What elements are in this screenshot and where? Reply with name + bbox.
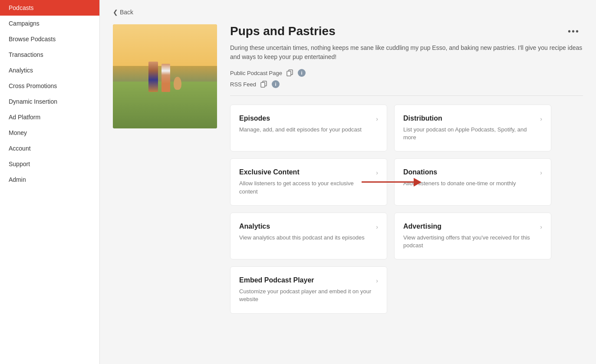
sidebar-item-support[interactable]: Support [0, 156, 99, 172]
sidebar-item-cross-promotions[interactable]: Cross Promotions [0, 78, 99, 94]
public-page-row: Public Podcast Page i [230, 69, 583, 77]
sidebar-item-dynamic-insertion[interactable]: Dynamic Insertion [0, 94, 99, 109]
sidebar-item-admin[interactable]: Admin [0, 172, 99, 187]
card-analytics-arrow-icon: › [376, 223, 378, 230]
card-exclusive-content[interactable]: Exclusive Content Allow listeners to get… [230, 158, 387, 205]
card-donations-title: Donations [403, 168, 536, 176]
main-content: ❮ Back Pups and Pastries ••• During thes… [100, 0, 596, 364]
podcast-links: Public Podcast Page i RSS Feed i [230, 69, 583, 96]
sidebar: Podcasts Campaigns Browse Podcasts Trans… [0, 0, 100, 364]
copy-rss-feed-icon[interactable] [260, 80, 268, 89]
podcast-title: Pups and Pastries [230, 24, 336, 38]
sidebar-item-browse-podcasts[interactable]: Browse Podcasts [0, 31, 99, 47]
podcast-title-row: Pups and Pastries ••• [230, 24, 583, 38]
sidebar-item-account[interactable]: Account [0, 141, 99, 156]
public-page-label: Public Podcast Page [230, 70, 282, 76]
card-distribution-description: List your podcast on Apple Podcasts, Spo… [403, 126, 536, 141]
back-chevron-icon: ❮ [113, 9, 118, 16]
podcast-info: Pups and Pastries ••• During these uncer… [230, 24, 583, 314]
card-distribution-arrow-icon: › [540, 115, 542, 122]
card-advertising-title: Advertising [403, 223, 536, 230]
podcast-header: Pups and Pastries ••• During these uncer… [113, 24, 583, 314]
card-exclusive-content-arrow-icon: › [376, 169, 378, 176]
card-advertising-arrow-icon: › [540, 223, 542, 230]
svg-rect-3 [261, 82, 265, 87]
card-episodes[interactable]: Episodes Manage, add, and edit episodes … [230, 105, 387, 151]
rss-feed-label: RSS Feed [230, 81, 256, 88]
card-embed[interactable]: Embed Podcast Player Customize your podc… [230, 266, 387, 313]
sidebar-item-transactions[interactable]: Transactions [0, 47, 99, 62]
card-episodes-description: Manage, add, and edit episodes for your … [239, 126, 372, 134]
card-embed-description: Customize your podcast player and embed … [239, 288, 372, 303]
card-donations-description: Allow listeners to donate one-time or mo… [403, 180, 536, 187]
card-embed-title: Embed Podcast Player [239, 276, 372, 284]
more-options-button[interactable]: ••• [564, 25, 583, 38]
podcast-image [113, 24, 217, 128]
card-analytics-title: Analytics [239, 223, 372, 230]
info-public-page-icon[interactable]: i [298, 69, 306, 77]
card-exclusive-content-title: Exclusive Content [239, 168, 372, 176]
copy-public-page-icon[interactable] [286, 69, 294, 77]
sidebar-item-podcasts[interactable]: Podcasts [0, 0, 99, 16]
card-donations-arrow-icon: › [540, 169, 542, 176]
card-distribution[interactable]: Distribution List your podcast on Apple … [394, 105, 551, 151]
back-link[interactable]: ❮ Back [113, 9, 583, 16]
sidebar-item-campaigns[interactable]: Campaigns [0, 16, 99, 31]
card-episodes-title: Episodes [239, 115, 372, 122]
podcast-description: During these uncertain times, nothing ke… [230, 43, 583, 62]
card-exclusive-content-description: Allow listeners to get access to your ex… [239, 180, 372, 195]
card-embed-arrow-icon: › [376, 277, 378, 284]
sidebar-item-money[interactable]: Money [0, 125, 99, 141]
card-episodes-arrow-icon: › [376, 115, 378, 122]
back-label: Back [120, 9, 133, 16]
big-arrow-overlay [362, 178, 421, 187]
info-rss-feed-icon[interactable]: i [272, 80, 280, 88]
card-distribution-title: Distribution [403, 115, 536, 122]
card-analytics-description: View analytics about this podcast and it… [239, 234, 372, 242]
card-analytics[interactable]: Analytics View analytics about this podc… [230, 213, 387, 259]
card-advertising[interactable]: Advertising View advertising offers that… [394, 213, 551, 259]
cards-grid: Episodes Manage, add, and edit episodes … [230, 105, 551, 314]
sidebar-item-ad-platform[interactable]: Ad Platform [0, 109, 99, 125]
rss-feed-row: RSS Feed i [230, 80, 583, 89]
svg-rect-1 [287, 71, 291, 76]
sidebar-item-analytics[interactable]: Analytics [0, 62, 99, 78]
card-advertising-description: View advertising offers that you've rece… [403, 234, 536, 249]
